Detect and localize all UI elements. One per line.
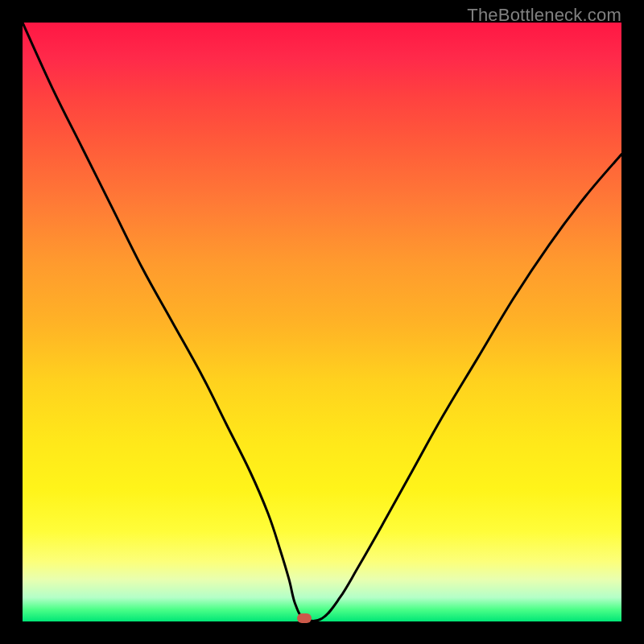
bottleneck-curve	[23, 23, 621, 621]
curve-svg	[23, 23, 621, 621]
min-marker	[297, 613, 312, 623]
chart-container: TheBottleneck.com	[0, 0, 644, 644]
plot-area	[23, 23, 621, 621]
